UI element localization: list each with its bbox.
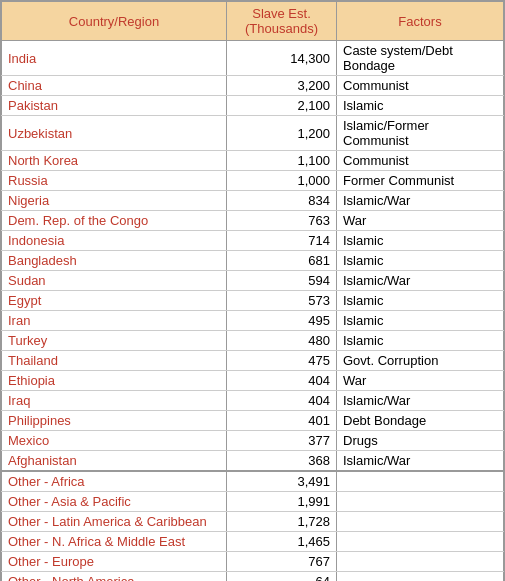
table-row: Egypt573Islamic <box>2 291 504 311</box>
cell-slave-est: 834 <box>227 191 337 211</box>
cell-factors: Islamic/Former Communist <box>337 116 504 151</box>
cell-slave-est: 404 <box>227 371 337 391</box>
cell-factors: Islamic/War <box>337 191 504 211</box>
table-row: Iran495Islamic <box>2 311 504 331</box>
cell-factors: Islamic/War <box>337 451 504 472</box>
table-row: Ethiopia404War <box>2 371 504 391</box>
table-row: Turkey480Islamic <box>2 331 504 351</box>
cell-country: Afghanistan <box>2 451 227 472</box>
cell-slave-est: 2,100 <box>227 96 337 116</box>
table-row: Other - N. Africa & Middle East1,465 <box>2 532 504 552</box>
cell-slave-est: 64 <box>227 572 337 582</box>
cell-factors <box>337 572 504 582</box>
cell-slave-est: 404 <box>227 391 337 411</box>
cell-factors: Islamic/War <box>337 391 504 411</box>
main-table-container: Country/Region Slave Est.(Thousands) Fac… <box>0 0 505 581</box>
cell-country: Other - Asia & Pacific <box>2 492 227 512</box>
cell-factors: Drugs <box>337 431 504 451</box>
cell-country: Other - Europe <box>2 552 227 572</box>
cell-factors <box>337 471 504 492</box>
cell-country: Egypt <box>2 291 227 311</box>
cell-factors <box>337 492 504 512</box>
cell-factors: Islamic <box>337 251 504 271</box>
table-row: India14,300Caste system/Debt Bondage <box>2 41 504 76</box>
cell-factors: War <box>337 371 504 391</box>
cell-slave-est: 475 <box>227 351 337 371</box>
cell-country: Thailand <box>2 351 227 371</box>
cell-country: Turkey <box>2 331 227 351</box>
cell-slave-est: 14,300 <box>227 41 337 76</box>
cell-country: Mexico <box>2 431 227 451</box>
cell-factors: War <box>337 211 504 231</box>
cell-country: Iraq <box>2 391 227 411</box>
cell-country: Sudan <box>2 271 227 291</box>
table-row: Philippines401Debt Bondage <box>2 411 504 431</box>
cell-country: Uzbekistan <box>2 116 227 151</box>
cell-factors <box>337 532 504 552</box>
cell-slave-est: 594 <box>227 271 337 291</box>
cell-country: Dem. Rep. of the Congo <box>2 211 227 231</box>
cell-country: Other - North America <box>2 572 227 582</box>
col-header-factors: Factors <box>337 2 504 41</box>
cell-slave-est: 1,100 <box>227 151 337 171</box>
cell-slave-est: 401 <box>227 411 337 431</box>
col-header-slave-est: Slave Est.(Thousands) <box>227 2 337 41</box>
table-row: Dem. Rep. of the Congo763War <box>2 211 504 231</box>
cell-slave-est: 3,491 <box>227 471 337 492</box>
cell-factors: Former Communist <box>337 171 504 191</box>
cell-country: Other - N. Africa & Middle East <box>2 532 227 552</box>
cell-country: Russia <box>2 171 227 191</box>
cell-slave-est: 377 <box>227 431 337 451</box>
cell-slave-est: 1,728 <box>227 512 337 532</box>
cell-slave-est: 368 <box>227 451 337 472</box>
cell-country: Pakistan <box>2 96 227 116</box>
table-row: North Korea1,100Communist <box>2 151 504 171</box>
table-row: Other - North America64 <box>2 572 504 582</box>
cell-country: Bangladesh <box>2 251 227 271</box>
table-row: Mexico377Drugs <box>2 431 504 451</box>
cell-factors <box>337 552 504 572</box>
cell-factors: Islamic <box>337 331 504 351</box>
cell-country: Nigeria <box>2 191 227 211</box>
cell-slave-est: 767 <box>227 552 337 572</box>
table-row: Uzbekistan1,200Islamic/Former Communist <box>2 116 504 151</box>
table-row: Russia1,000Former Communist <box>2 171 504 191</box>
cell-slave-est: 573 <box>227 291 337 311</box>
cell-slave-est: 1,000 <box>227 171 337 191</box>
table-row: Iraq404Islamic/War <box>2 391 504 411</box>
table-row: Other - Latin America & Caribbean1,728 <box>2 512 504 532</box>
cell-country: Other - Africa <box>2 471 227 492</box>
table-row: Afghanistan368Islamic/War <box>2 451 504 472</box>
cell-slave-est: 3,200 <box>227 76 337 96</box>
cell-factors: Islamic <box>337 231 504 251</box>
cell-country: India <box>2 41 227 76</box>
cell-slave-est: 763 <box>227 211 337 231</box>
cell-slave-est: 681 <box>227 251 337 271</box>
table-row: Other - Asia & Pacific1,991 <box>2 492 504 512</box>
slavery-table: Country/Region Slave Est.(Thousands) Fac… <box>1 1 504 581</box>
table-row: Pakistan2,100Islamic <box>2 96 504 116</box>
table-row: Thailand475Govt. Corruption <box>2 351 504 371</box>
cell-slave-est: 1,200 <box>227 116 337 151</box>
cell-factors: Debt Bondage <box>337 411 504 431</box>
cell-country: Indonesia <box>2 231 227 251</box>
table-row: China3,200Communist <box>2 76 504 96</box>
cell-factors: Caste system/Debt Bondage <box>337 41 504 76</box>
table-row: Indonesia714Islamic <box>2 231 504 251</box>
table-row: Other - Africa3,491 <box>2 471 504 492</box>
cell-factors: Communist <box>337 76 504 96</box>
table-row: Nigeria834Islamic/War <box>2 191 504 211</box>
cell-country: Other - Latin America & Caribbean <box>2 512 227 532</box>
cell-country: North Korea <box>2 151 227 171</box>
cell-factors: Islamic <box>337 96 504 116</box>
cell-slave-est: 1,991 <box>227 492 337 512</box>
cell-factors <box>337 512 504 532</box>
cell-slave-est: 714 <box>227 231 337 251</box>
cell-factors: Communist <box>337 151 504 171</box>
cell-slave-est: 1,465 <box>227 532 337 552</box>
cell-factors: Islamic <box>337 311 504 331</box>
col-header-country: Country/Region <box>2 2 227 41</box>
cell-country: China <box>2 76 227 96</box>
table-header-row: Country/Region Slave Est.(Thousands) Fac… <box>2 2 504 41</box>
cell-factors: Islamic <box>337 291 504 311</box>
